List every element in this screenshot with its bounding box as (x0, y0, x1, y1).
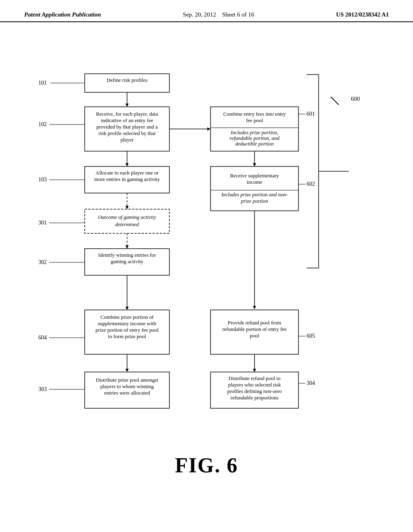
text-102c: provided by that player and a (96, 124, 158, 130)
text-601d: refundable portion, and (229, 135, 280, 141)
text-102a: Receive, for each player, data (96, 111, 158, 117)
ref-605: 605 (307, 333, 315, 339)
ref-102: 102 (38, 121, 47, 127)
ref-301: 301 (38, 220, 47, 226)
text-604c: prize portion of entry fee pool (96, 327, 159, 333)
text-602a: Receive supplementary (230, 172, 279, 179)
text-601b: fee pool (246, 117, 263, 123)
figure-label: FIG. 6 (0, 449, 413, 485)
text-602b: income (247, 179, 262, 185)
text-604d: to form prize pool (108, 333, 146, 339)
text-302b: gaming activity (111, 258, 144, 264)
svg-marker-30 (125, 369, 129, 372)
svg-marker-7 (207, 127, 211, 131)
svg-marker-32 (253, 369, 256, 372)
ref-302: 302 (38, 259, 47, 265)
text-304a: Distribute refund pool to (229, 375, 281, 381)
text-605b: refundable portion of entry fee (222, 326, 287, 332)
box-605 (211, 310, 298, 354)
page-header: Patent Application Publication Sep. 20, … (0, 0, 413, 22)
header-sheet: Sheet 6 of 16 (222, 11, 254, 18)
text-602c: Includes prize portion and non- (221, 191, 288, 197)
label-600: 600 (351, 96, 360, 102)
header-publication: Patent Application Publication (24, 11, 101, 18)
text-601c: Includes prize portion, (230, 129, 278, 135)
text-601a: Combine entry fees into entry (223, 111, 286, 117)
box-101 (85, 74, 169, 92)
header-patent-number: US 2012/0238342 A1 (336, 11, 389, 18)
text-605a: Provide refund pool from (228, 320, 282, 326)
text-303b: players to whom winning (100, 383, 154, 389)
text-304c: profiles defining non-zero (227, 388, 282, 394)
text-601e: deductible portion (235, 141, 274, 147)
svg-line-1 (331, 97, 339, 105)
svg-marker-11 (125, 163, 129, 166)
svg-marker-14 (253, 163, 256, 166)
svg-marker-21 (125, 245, 129, 249)
ref-103: 103 (38, 177, 47, 183)
ref-101: 101 (38, 80, 47, 86)
header-date-sheet: Sep. 20, 2012 Sheet 6 of 16 (183, 11, 254, 18)
text-605c: pool (250, 332, 259, 339)
text-301b: determined (115, 221, 139, 227)
ref-303: 303 (38, 386, 47, 392)
svg-marker-24 (253, 306, 256, 309)
ref-604: 604 (38, 335, 47, 341)
ref-304: 304 (307, 380, 315, 386)
ref-601: 601 (307, 111, 315, 117)
text-604a: Combine prize portion of (100, 314, 154, 320)
text-602d: prize portion (240, 198, 268, 204)
text-303a: Distribute prize pool amongst (96, 377, 159, 383)
text-103b: more entries in gaming activity (94, 176, 160, 182)
text-102d: risk profile selected by that (98, 130, 156, 136)
text-304d: refundable proportions (231, 395, 279, 401)
text-103a: Allocate to each player one or (96, 170, 159, 176)
header-date: Sep. 20, 2012 (183, 11, 216, 18)
text-101: Define risk profiles (106, 77, 147, 83)
flowchart-svg: 600 101 Define risk profiles 102 Receive… (0, 26, 413, 449)
svg-marker-4 (125, 104, 129, 107)
text-302a: Identify winning entries for (98, 252, 156, 258)
text-604b: supplementary income with (98, 320, 156, 326)
text-301a: Outcome of gaming activity (98, 214, 156, 220)
text-304b: players who selected risk (228, 382, 281, 388)
ref-602: 602 (307, 181, 315, 187)
diagram-area: 600 101 Define risk profiles 102 Receive… (0, 26, 413, 449)
svg-marker-18 (125, 206, 129, 209)
text-102e: player (121, 137, 134, 143)
text-303c: entries were allocated (104, 390, 150, 396)
svg-marker-26 (125, 307, 129, 310)
text-102b: indicative of an entry fee (101, 117, 153, 123)
